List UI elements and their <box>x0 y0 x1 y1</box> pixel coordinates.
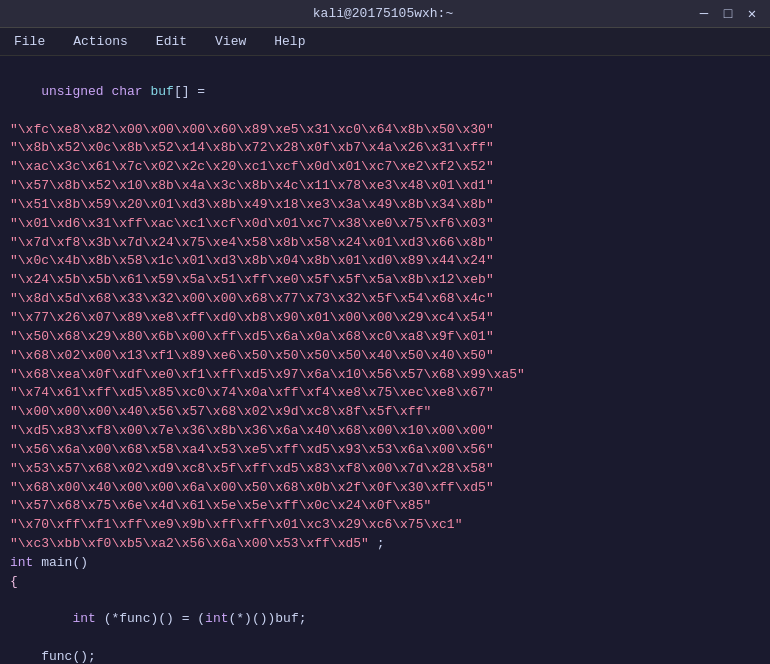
line-1: "\xfc\xe8\x82\x00\x00\x00\x60\x89\xe5\x3… <box>10 121 760 140</box>
line-13: "\x68\x02\x00\x13\xf1\x89\xe6\x50\x50\x5… <box>10 347 760 366</box>
line-funcall: func(); <box>10 648 760 664</box>
line-funcbody: int (*func)() = (int(*)())buf; <box>10 592 760 649</box>
menu-file[interactable]: File <box>8 32 51 51</box>
line-20: "\x68\x00\x40\x00\x00\x6a\x00\x50\x68\x0… <box>10 479 760 498</box>
editor-area: unsigned char buf[] = "\xfc\xe8\x82\x00\… <box>0 56 770 664</box>
line-8: "\x0c\x4b\x8b\x58\x1c\x01\xd3\x8b\x04\x8… <box>10 252 760 271</box>
titlebar-title: kali@20175105wxh:~ <box>70 6 696 21</box>
line-17: "\xd5\x83\xf8\x00\x7e\x36\x8b\x36\x6a\x4… <box>10 422 760 441</box>
line-main: int main() <box>10 554 760 573</box>
line-7: "\x7d\xf8\x3b\x7d\x24\x75\xe4\x58\x8b\x5… <box>10 234 760 253</box>
titlebar: kali@20175105wxh:~ ─ □ ✕ <box>0 0 770 28</box>
maximize-button[interactable]: □ <box>720 6 736 22</box>
line-22: "\x70\xff\xf1\xff\xe9\x9b\xff\xff\x01\xc… <box>10 516 760 535</box>
line-10: "\x8d\x5d\x68\x33\x32\x00\x00\x68\x77\x7… <box>10 290 760 309</box>
line-18: "\x56\x6a\x00\x68\x58\xa4\x53\xe5\xff\xd… <box>10 441 760 460</box>
line-19: "\x53\x57\x68\x02\xd9\xc8\x5f\xff\xd5\x8… <box>10 460 760 479</box>
line-12: "\x50\x68\x29\x80\x6b\x00\xff\xd5\x6a\x0… <box>10 328 760 347</box>
line-15: "\x74\x61\xff\xd5\x85\xc0\x74\x0a\xff\xf… <box>10 384 760 403</box>
line-2: "\x8b\x52\x0c\x8b\x52\x14\x8b\x72\x28\x0… <box>10 139 760 158</box>
menu-edit[interactable]: Edit <box>150 32 193 51</box>
line-9: "\x24\x5b\x5b\x61\x59\x5a\x51\xff\xe0\x5… <box>10 271 760 290</box>
line-openbrace: { <box>10 573 760 592</box>
line-23: "\xc3\xbb\xf0\xb5\xa2\x56\x6a\x00\x53\xf… <box>10 535 760 554</box>
line-14: "\x68\xea\x0f\xdf\xe0\xf1\xff\xd5\x97\x6… <box>10 366 760 385</box>
line-6: "\x01\xd6\x31\xff\xac\xc1\xcf\x0d\x01\xc… <box>10 215 760 234</box>
line-3: "\xac\x3c\x61\x7c\x02\x2c\x20\xc1\xcf\x0… <box>10 158 760 177</box>
line-16: "\x00\x00\x00\x40\x56\x57\x68\x02\x9d\xc… <box>10 403 760 422</box>
menubar: File Actions Edit View Help <box>0 28 770 56</box>
menu-help[interactable]: Help <box>268 32 311 51</box>
titlebar-controls: ─ □ ✕ <box>696 6 760 22</box>
line-4: "\x57\x8b\x52\x10\x8b\x4a\x3c\x8b\x4c\x1… <box>10 177 760 196</box>
line-11: "\x77\x26\x07\x89\xe8\xff\xd0\xb8\x90\x0… <box>10 309 760 328</box>
menu-actions[interactable]: Actions <box>67 32 134 51</box>
menu-view[interactable]: View <box>209 32 252 51</box>
line-declaration: unsigned char buf[] = <box>10 64 760 121</box>
line-5: "\x51\x8b\x59\x20\x01\xd3\x8b\x49\x18\xe… <box>10 196 760 215</box>
line-21: "\x57\x68\x75\x6e\x4d\x61\x5e\x5e\xff\x0… <box>10 497 760 516</box>
minimize-button[interactable]: ─ <box>696 6 712 22</box>
close-button[interactable]: ✕ <box>744 6 760 22</box>
